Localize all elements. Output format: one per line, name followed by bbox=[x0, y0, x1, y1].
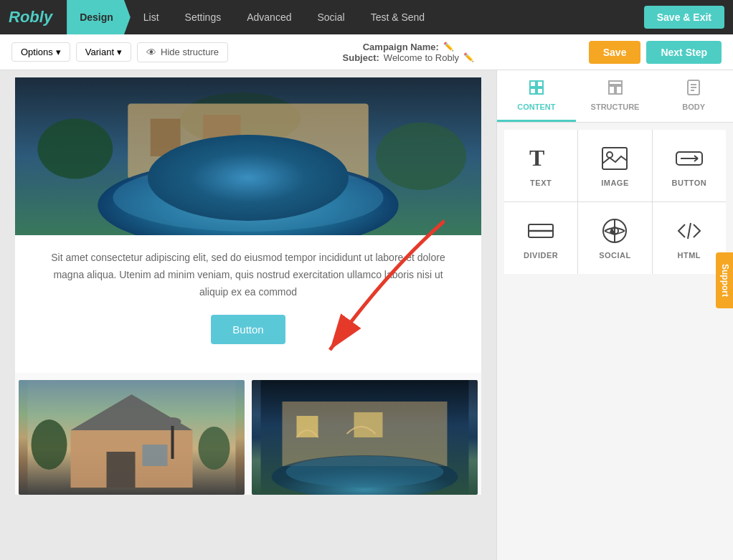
svg-point-23 bbox=[286, 456, 444, 488]
panel-tab-structure[interactable]: STRUCTURE bbox=[576, 70, 655, 122]
svg-point-17 bbox=[164, 417, 181, 426]
html-block-icon bbox=[671, 217, 707, 245]
svg-text:T: T bbox=[529, 145, 544, 171]
svg-rect-21 bbox=[354, 412, 383, 437]
campaign-name-row: Campaign Name: ✏️ bbox=[363, 42, 454, 52]
night-pool-svg bbox=[252, 380, 478, 495]
svg-rect-25 bbox=[530, 81, 536, 87]
svg-rect-28 bbox=[537, 88, 543, 94]
svg-point-14 bbox=[32, 419, 67, 470]
canvas-area: Sit amet consectetur adipiscing elit, se… bbox=[0, 70, 496, 560]
content-block-html[interactable]: HTML bbox=[653, 202, 726, 274]
content-block-image[interactable]: IMAGE bbox=[578, 130, 651, 201]
image-block-label: IMAGE bbox=[601, 179, 629, 187]
chevron-down-icon: ▾ bbox=[56, 47, 61, 57]
pool-section: Sit amet consectetur adipiscing elit, se… bbox=[15, 77, 481, 373]
nav-tab-social[interactable]: Social bbox=[304, 0, 357, 34]
svg-rect-26 bbox=[537, 81, 543, 87]
button-row: Button bbox=[15, 308, 481, 359]
pool-text: Sit amet consectetur adipiscing elit, se… bbox=[15, 235, 481, 308]
layout-icon bbox=[607, 79, 624, 100]
pool-svg bbox=[15, 77, 481, 235]
svg-text:+: + bbox=[610, 228, 615, 236]
logo-r: R bbox=[9, 8, 20, 26]
content-block-button[interactable]: BUTTON bbox=[653, 130, 726, 201]
text-block-label: TEXT bbox=[530, 179, 552, 187]
content-block-social[interactable]: + SOCIAL bbox=[578, 202, 651, 274]
social-block-icon: + bbox=[597, 217, 633, 245]
variant-button[interactable]: Variant ▾ bbox=[76, 42, 131, 62]
svg-rect-30 bbox=[609, 86, 615, 94]
nav-tab-list[interactable]: List bbox=[131, 0, 172, 34]
svg-line-49 bbox=[688, 223, 691, 239]
svg-point-2 bbox=[376, 123, 466, 190]
toolbar: Options ▾ Variant ▾ 👁 Hide structure Cam… bbox=[0, 34, 733, 70]
chevron-down-icon: ▾ bbox=[117, 47, 122, 57]
panel-tab-content[interactable]: CONTENT bbox=[497, 70, 576, 122]
logo: Robly bbox=[9, 8, 52, 27]
save-button[interactable]: Save bbox=[589, 41, 641, 64]
pool-image bbox=[15, 77, 481, 235]
nav-tab-advanced[interactable]: Advanced bbox=[234, 0, 304, 34]
campaign-name-label: Campaign Name: bbox=[363, 42, 439, 52]
svg-rect-6 bbox=[203, 115, 240, 156]
subject-value: Welcome to Robly bbox=[384, 52, 459, 63]
two-image-section bbox=[15, 380, 481, 495]
save-exit-button[interactable]: Save & Exit bbox=[644, 6, 724, 29]
svg-rect-12 bbox=[107, 452, 136, 488]
nav-tab-settings[interactable]: Settings bbox=[172, 0, 235, 34]
social-block-label: SOCIAL bbox=[599, 251, 631, 260]
right-panel: CONTENT STRUCTURE bbox=[496, 70, 733, 560]
panel-tab-body[interactable]: BODY bbox=[654, 70, 733, 122]
grid-icon bbox=[528, 79, 545, 100]
doc-icon bbox=[685, 79, 702, 100]
svg-point-15 bbox=[199, 427, 230, 470]
subject-label: Subject: bbox=[343, 52, 379, 63]
image-block-icon bbox=[597, 144, 633, 173]
svg-point-1 bbox=[37, 119, 113, 179]
panel-tabs: CONTENT STRUCTURE bbox=[497, 70, 733, 123]
support-tab[interactable]: Support bbox=[716, 252, 733, 308]
svg-rect-27 bbox=[530, 88, 536, 94]
divider-block-icon bbox=[523, 217, 559, 245]
svg-rect-29 bbox=[609, 81, 622, 85]
house-svg bbox=[19, 380, 245, 495]
toolbar-right: Save Next Step bbox=[589, 41, 722, 64]
eye-icon: 👁 bbox=[146, 47, 156, 58]
email-container: Sit amet consectetur adipiscing elit, se… bbox=[15, 77, 481, 495]
content-blocks-grid: T TEXT IMAGE bbox=[504, 130, 726, 274]
content-block-divider[interactable]: DIVIDER bbox=[504, 202, 577, 274]
nav-tabs: Design List Settings Advanced Social Tes… bbox=[67, 0, 644, 34]
text-block-icon: T bbox=[523, 144, 559, 173]
svg-rect-13 bbox=[143, 445, 168, 466]
campaign-subject-row: Subject: Welcome to Robly ✏️ bbox=[343, 52, 475, 63]
svg-rect-31 bbox=[616, 86, 622, 94]
button-block-icon bbox=[671, 144, 707, 173]
email-cta-button[interactable]: Button bbox=[211, 315, 285, 344]
divider-block-label: DIVIDER bbox=[524, 251, 558, 260]
button-block-label: BUTTON bbox=[672, 179, 707, 187]
nav-tab-test-send[interactable]: Test & Send bbox=[358, 0, 438, 34]
svg-rect-16 bbox=[171, 423, 174, 459]
nav-tab-design[interactable]: Design bbox=[67, 0, 131, 34]
night-pool-image bbox=[252, 380, 478, 495]
campaign-name-edit-icon[interactable]: ✏️ bbox=[443, 42, 454, 52]
toolbar-left: Options ▾ Variant ▾ 👁 Hide structure bbox=[11, 42, 228, 62]
subject-edit-icon[interactable]: ✏️ bbox=[463, 52, 474, 62]
svg-point-8 bbox=[113, 163, 383, 231]
hide-structure-button[interactable]: 👁 Hide structure bbox=[137, 42, 228, 62]
top-navigation: Robly Design List Settings Advanced Soci… bbox=[0, 0, 733, 34]
options-button[interactable]: Options ▾ bbox=[11, 42, 70, 62]
svg-rect-5 bbox=[151, 119, 181, 156]
content-block-text[interactable]: T TEXT bbox=[504, 130, 577, 201]
house-image bbox=[19, 380, 245, 495]
campaign-info: Campaign Name: ✏️ Subject: Welcome to Ro… bbox=[234, 42, 583, 63]
main-area: Sit amet consectetur adipiscing elit, se… bbox=[0, 70, 733, 560]
html-block-label: HTML bbox=[678, 251, 701, 260]
next-step-button[interactable]: Next Step bbox=[646, 41, 722, 64]
